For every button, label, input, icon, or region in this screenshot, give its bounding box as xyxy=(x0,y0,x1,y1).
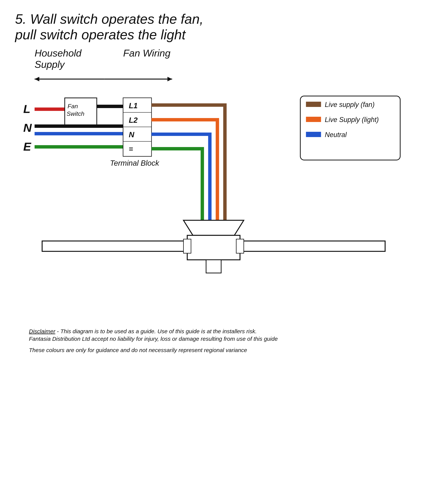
svg-text:Live Supply (light): Live Supply (light) xyxy=(325,116,379,124)
svg-text:Terminal Block: Terminal Block xyxy=(110,159,160,167)
svg-rect-29 xyxy=(187,235,240,260)
svg-text:L: L xyxy=(23,102,30,115)
svg-rect-23 xyxy=(123,127,151,141)
svg-text:L1: L1 xyxy=(129,101,138,110)
svg-text:Neutral: Neutral xyxy=(325,131,347,139)
svg-text:Fantasia Distribution Ltd acce: Fantasia Distribution Ltd accept no liab… xyxy=(29,336,278,342)
svg-rect-32 xyxy=(184,239,191,253)
svg-rect-33 xyxy=(238,241,385,251)
svg-text:Fan Wiring: Fan Wiring xyxy=(123,48,170,59)
svg-rect-40 xyxy=(306,132,321,137)
svg-text:L2: L2 xyxy=(129,116,138,124)
page-title: 5. Wall switch operates the fan, pull sw… xyxy=(15,11,416,43)
svg-rect-38 xyxy=(306,117,321,122)
svg-rect-34 xyxy=(236,239,244,253)
wiring-diagram: Household Supply Fan Wiring L N E Fan Sw… xyxy=(0,41,431,399)
svg-marker-28 xyxy=(184,220,244,235)
svg-text:N: N xyxy=(129,130,135,139)
svg-marker-6 xyxy=(168,77,172,81)
svg-text:Supply: Supply xyxy=(35,59,65,70)
svg-text:Household: Household xyxy=(35,48,82,59)
svg-text:Live supply (fan): Live supply (fan) xyxy=(325,101,375,108)
svg-rect-31 xyxy=(42,241,189,251)
svg-text:Disclaimer
       - This diagr: Disclaimer - This diagram is to be used … xyxy=(29,328,257,334)
svg-marker-4 xyxy=(35,77,39,81)
svg-text:Switch: Switch xyxy=(67,110,84,117)
svg-rect-25 xyxy=(123,141,151,156)
svg-text:N: N xyxy=(23,121,32,134)
svg-rect-30 xyxy=(206,260,221,273)
svg-text:≡: ≡ xyxy=(129,145,133,153)
svg-text:Fan: Fan xyxy=(68,103,78,109)
svg-text:E: E xyxy=(23,140,31,153)
svg-text:These colours are only for gui: These colours are only for guidance and … xyxy=(29,347,247,353)
page: 5. Wall switch operates the fan, pull sw… xyxy=(0,0,431,504)
svg-rect-36 xyxy=(306,102,321,107)
